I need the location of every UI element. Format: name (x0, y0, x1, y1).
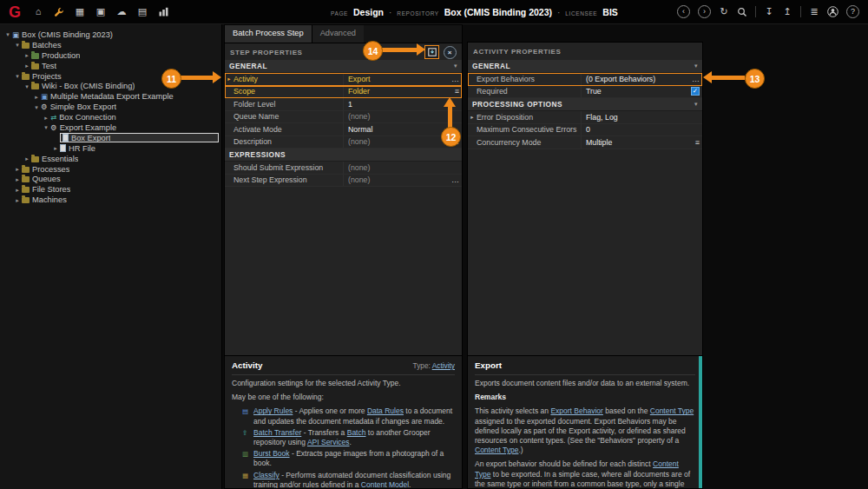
tab-batch-process-step[interactable]: Batch Process Step (225, 25, 312, 43)
cancel-icon[interactable]: × (444, 46, 457, 59)
section-header-expressions[interactable]: EXPRESSIONS (225, 149, 462, 162)
property-row-export-behaviors[interactable]: Export Behaviors(0 Export Behaviors)… (468, 73, 702, 86)
tree-expander-icon[interactable]: ▾ (23, 83, 31, 89)
tree-item-wiki-box-cmis-binding[interactable]: ▾Wiki - Box (CMIS Binding) (0, 81, 221, 91)
link-export-behavior[interactable]: Export Behavior (550, 406, 602, 415)
tab-advanced[interactable]: Advanced (312, 25, 364, 43)
wrench-icon[interactable] (54, 6, 64, 18)
profile-icon[interactable] (827, 6, 838, 18)
link-burst-book[interactable]: Burst Book (253, 449, 290, 458)
tree-item-machines[interactable]: ▸Machines (0, 195, 221, 205)
tree-item-simple-box-export[interactable]: ▾⚙Simple Box Export (0, 102, 221, 112)
tree-expander-icon[interactable]: ▸ (23, 52, 31, 58)
tree-expander-icon[interactable]: ▾ (32, 104, 41, 110)
tree-expander-icon[interactable]: ▸ (23, 63, 31, 69)
property-value[interactable]: True (581, 86, 691, 98)
section-header-processing-options[interactable]: PROCESSING OPTIONS▾ (468, 98, 702, 111)
tree-expander-icon[interactable]: ▾ (42, 124, 50, 130)
page-value[interactable]: Design (353, 7, 384, 17)
batches-icon[interactable]: ▦ (75, 6, 85, 18)
expander-icon[interactable]: ▸ (468, 114, 477, 121)
property-row-next-step-expression[interactable]: Next Step Expression(none)… (225, 175, 462, 188)
tree-expander-icon[interactable]: ▾ (3, 31, 12, 37)
box-icon[interactable]: ▣ (95, 6, 106, 18)
property-value[interactable]: 1 (343, 98, 459, 110)
expander-icon[interactable]: ▸ (225, 76, 233, 83)
activity-type-link[interactable]: Activity (432, 361, 455, 370)
upload-icon[interactable]: ↥ (782, 6, 792, 18)
tree-item-box-connection[interactable]: ▸⇄Box Connection (0, 112, 221, 122)
tree-item-multiple-metadata-export-example[interactable]: ▸▣Multiple Metadata Export Example (0, 91, 221, 102)
ellipsis-button[interactable]: … (451, 175, 459, 184)
back-icon[interactable]: ‹ (677, 5, 690, 18)
tree-expander-icon[interactable]: ▾ (13, 73, 22, 79)
refresh-icon[interactable]: ↻ (719, 6, 729, 18)
grooper-logo[interactable]: G (9, 0, 21, 24)
layers-icon[interactable]: ≣ (809, 6, 819, 18)
tree-item-batches[interactable]: ▾Batches (0, 40, 221, 50)
tree-expander-icon[interactable]: ▸ (42, 115, 50, 121)
property-value[interactable]: 0 (581, 124, 700, 136)
tree-item-export-example[interactable]: ▾⚙Export Example (0, 122, 221, 133)
tree-item-hr-file[interactable]: ▸HR File (0, 143, 221, 154)
property-row-maximum-consecutive-errors[interactable]: Maximum Consecutive Errors0 (468, 124, 702, 137)
save-icon[interactable] (424, 45, 439, 59)
property-row-scope[interactable]: ScopeFolder≡ (225, 86, 462, 99)
stack-icon[interactable]: ▤ (137, 6, 148, 18)
collapse-icon[interactable]: ▾ (454, 63, 457, 69)
section-header-general[interactable]: GENERAL▾ (225, 60, 462, 73)
cloud-icon[interactable]: ☁ (116, 6, 127, 18)
property-value[interactable]: (none) (343, 136, 448, 149)
link-content-type[interactable]: Content Type (650, 406, 694, 415)
ellipsis-button[interactable]: … (692, 75, 700, 83)
link-classify[interactable]: Classify (253, 471, 279, 479)
menu-icon[interactable]: ≡ (455, 87, 459, 96)
property-value[interactable]: Flag, Log (581, 111, 700, 123)
property-value[interactable]: (none) (343, 162, 459, 174)
forward-icon[interactable]: › (698, 5, 711, 18)
tree-item-production[interactable]: ▸Production (0, 50, 221, 61)
checkbox-checked[interactable]: ✓ (691, 87, 700, 96)
scrollbar[interactable] (699, 356, 702, 488)
tree-item-file-stores[interactable]: ▸File Stores (0, 184, 221, 195)
tree-item-queues[interactable]: ▸Queues (0, 174, 221, 184)
collapse-icon[interactable]: ▾ (694, 101, 698, 108)
tree-item-test[interactable]: ▸Test (0, 61, 221, 71)
tree-expander-icon[interactable]: ▸ (13, 197, 22, 203)
search-icon[interactable] (737, 6, 747, 18)
tree-expander-icon[interactable]: ▸ (13, 187, 22, 193)
repository-value[interactable]: Box (CMIS Binding 2023) (444, 7, 552, 17)
tree-expander-icon[interactable]: ▸ (13, 166, 22, 172)
property-row-queue-name[interactable]: Queue Name(none) (225, 111, 462, 124)
download-icon[interactable]: ↧ (764, 6, 774, 18)
property-value[interactable]: Export (343, 73, 448, 85)
tree-item-box-export[interactable]: Box Export (0, 133, 221, 143)
property-value[interactable]: (none) (343, 175, 448, 187)
link-data-rules[interactable]: Data Rules (367, 406, 404, 415)
ellipsis-button[interactable]: … (451, 75, 459, 83)
tree-item-essentials[interactable]: ▸Essentials (0, 154, 221, 164)
collapse-icon[interactable]: ▾ (694, 63, 698, 69)
chart-icon[interactable] (158, 6, 168, 18)
tree-expander-icon[interactable]: ▸ (23, 155, 31, 162)
property-value[interactable]: Folder (343, 86, 451, 98)
tree-expander-icon[interactable]: ▸ (51, 145, 60, 151)
property-row-concurrency-mode[interactable]: Concurrency ModeMultiple≡ (468, 136, 702, 149)
tree-expander-icon[interactable]: ▸ (13, 176, 22, 182)
link-apply-rules[interactable]: Apply Rules (253, 406, 293, 415)
property-row-description[interactable]: Description(none)… (225, 136, 462, 149)
tree-item-processes[interactable]: ▸Processes (0, 164, 221, 175)
menu-icon[interactable]: ≡ (695, 138, 700, 147)
section-header-general[interactable]: GENERAL▾ (468, 60, 702, 73)
property-row-error-disposition[interactable]: ▸Error DispositionFlag, Log (468, 111, 702, 124)
property-row-activity[interactable]: ▸ActivityExport… (225, 73, 462, 86)
tree-expander-icon[interactable]: ▸ (32, 94, 41, 100)
property-row-should-submit-expression[interactable]: Should Submit Expression(none) (225, 162, 462, 175)
tree-expander-icon[interactable]: ▾ (13, 42, 22, 48)
property-value[interactable]: (0 Export Behaviors) (581, 73, 688, 85)
property-value[interactable]: (none) (343, 111, 459, 123)
property-row-folder-level[interactable]: Folder Level1 (225, 98, 462, 111)
link-content-type[interactable]: Content Type (475, 446, 518, 454)
link-batch[interactable]: Batch (347, 428, 366, 437)
link-content-model[interactable]: Content Model (361, 480, 409, 488)
